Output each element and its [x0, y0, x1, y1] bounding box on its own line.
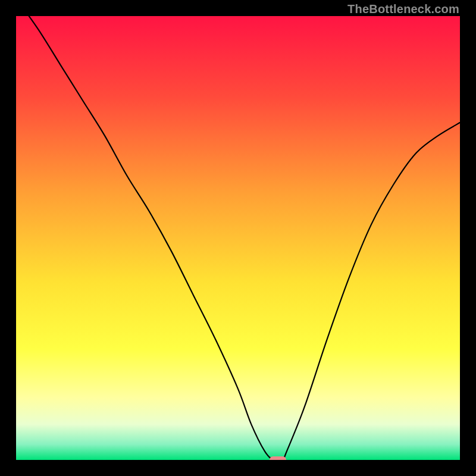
optimal-point-marker [270, 456, 286, 460]
watermark-label: TheBottleneck.com [347, 2, 459, 16]
chart-frame: TheBottleneck.com [0, 0, 476, 476]
plot-area [16, 16, 460, 460]
bottleneck-curve [16, 16, 460, 460]
